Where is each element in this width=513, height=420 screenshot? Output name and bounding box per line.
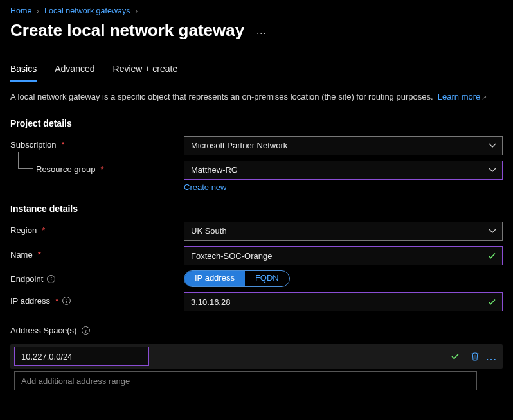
trash-icon[interactable] — [470, 351, 480, 362]
label-ip-address-text: IP address — [10, 296, 50, 306]
section-instance-details: Instance details — [10, 204, 503, 214]
label-endpoint: Endpoint i — [10, 270, 184, 284]
required-icon: * — [101, 164, 104, 174]
label-subscription-text: Subscription — [10, 140, 57, 150]
title-row: Create local network gateway … — [10, 21, 503, 40]
external-link-icon: ↗ — [482, 94, 487, 101]
label-ip-address: IP address* i — [10, 292, 184, 306]
name-input[interactable] — [184, 246, 503, 265]
resource-group-select[interactable]: Matthew-RG — [184, 161, 503, 180]
row-ip-address: IP address* i — [10, 292, 503, 311]
label-region: Region* — [10, 222, 184, 235]
add-address-range-input[interactable] — [14, 371, 477, 390]
ip-address-input[interactable] — [184, 292, 503, 311]
create-new-link[interactable]: Create new — [184, 182, 226, 192]
address-space-section: Address Space(s) i … — [10, 326, 503, 390]
field-resource-group[interactable]: Matthew-RG — [184, 161, 503, 180]
required-icon: * — [55, 296, 59, 306]
label-resource-group: Resource group* — [10, 161, 184, 174]
field-name[interactable] — [184, 246, 503, 265]
label-region-text: Region — [10, 225, 37, 235]
label-name: Name* — [10, 246, 184, 259]
endpoint-pill-fqdn[interactable]: FQDN — [245, 271, 289, 286]
page-title: Create local network gateway — [10, 21, 244, 40]
description-text: A local network gateway is a specific ob… — [10, 91, 503, 103]
row-resource-group: Resource group* Matthew-RG Create new — [10, 161, 503, 192]
label-address-space-text: Address Space(s) — [10, 326, 76, 335]
row-region: Region* UK South — [10, 222, 503, 241]
breadcrumb: Home › Local network gateways › — [10, 6, 503, 15]
label-resource-group-text: Resource group — [36, 164, 96, 174]
field-address-space-0[interactable] — [14, 347, 466, 366]
tab-advanced[interactable]: Advanced — [55, 64, 94, 82]
description-body: A local network gateway is a specific ob… — [10, 92, 433, 101]
tab-basics[interactable]: Basics — [10, 64, 37, 82]
row-subscription: Subscription* Microsoft Partner Network — [10, 136, 503, 155]
field-region[interactable]: UK South — [184, 222, 503, 241]
row-name: Name* — [10, 246, 503, 265]
info-icon[interactable]: i — [62, 297, 71, 305]
address-space-input[interactable] — [14, 347, 149, 366]
label-subscription: Subscription* — [10, 136, 184, 150]
subscription-select[interactable]: Microsoft Partner Network — [184, 136, 503, 155]
chevron-right-icon: › — [135, 7, 138, 15]
row-endpoint: Endpoint i IP address FQDN — [10, 270, 503, 287]
section-project-details: Project details — [10, 118, 503, 128]
more-options-icon[interactable]: … — [484, 350, 499, 363]
info-icon[interactable]: i — [47, 275, 55, 283]
tab-review-create[interactable]: Review + create — [113, 64, 178, 82]
endpoint-toggle: IP address FQDN — [184, 270, 290, 287]
tabs: Basics Advanced Review + create — [10, 64, 503, 82]
learn-more-link[interactable]: Learn more — [438, 92, 480, 101]
field-subscription[interactable]: Microsoft Partner Network — [184, 136, 503, 155]
endpoint-pill-ip[interactable]: IP address — [184, 271, 245, 286]
address-space-row: … — [10, 344, 503, 369]
field-ip-address[interactable] — [184, 292, 503, 311]
breadcrumb-home[interactable]: Home — [10, 6, 32, 15]
label-endpoint-text: Endpoint — [10, 274, 43, 284]
label-name-text: Name — [10, 250, 33, 259]
required-icon: * — [62, 140, 65, 150]
region-select[interactable]: UK South — [184, 222, 503, 241]
more-actions-icon[interactable]: … — [256, 25, 267, 37]
breadcrumb-parent[interactable]: Local network gateways — [44, 6, 130, 15]
info-icon[interactable]: i — [82, 326, 90, 335]
chevron-right-icon: › — [37, 7, 39, 15]
learn-more-label: Learn more — [438, 92, 480, 101]
required-icon: * — [38, 250, 41, 259]
required-icon: * — [42, 225, 45, 235]
label-address-space: Address Space(s) i — [10, 326, 503, 335]
check-icon — [451, 352, 460, 361]
